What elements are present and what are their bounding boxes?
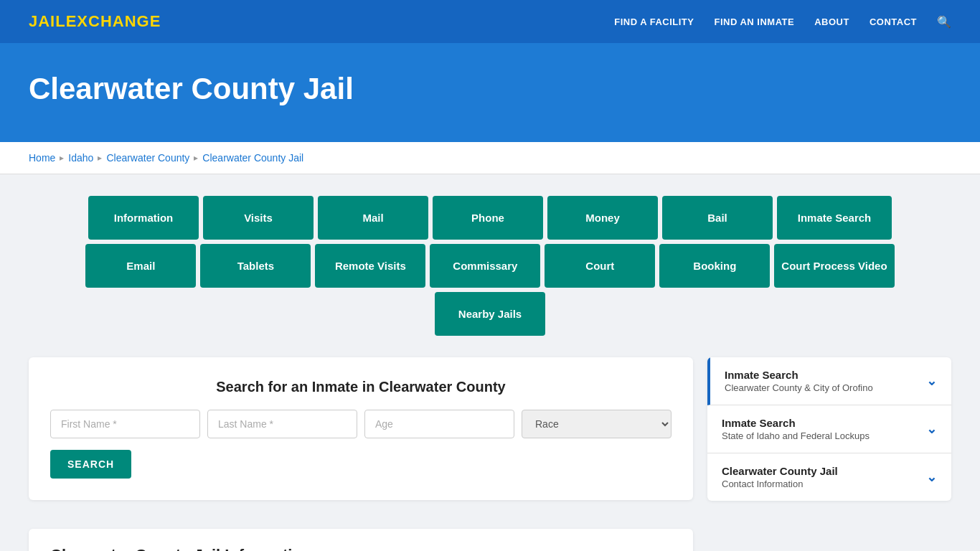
breadcrumb: Home ▸ Idaho ▸ Clearwater County ▸ Clear… <box>29 152 951 164</box>
btn-remote-visits[interactable]: Remote Visits <box>315 244 425 288</box>
breadcrumb-sep-3: ▸ <box>194 153 198 163</box>
btn-bail[interactable]: Bail <box>662 196 773 240</box>
search-title: Search for an Inmate in Clearwater Count… <box>50 379 672 395</box>
breadcrumb-county[interactable]: Clearwater County <box>106 152 189 164</box>
btn-commissary[interactable]: Commissary <box>430 244 540 288</box>
sidebar-item-3-sub: Contact Information <box>722 479 838 489</box>
btn-tablets[interactable]: Tablets <box>200 244 311 288</box>
sidebar: Inmate Search Clearwater County & City o… <box>707 357 951 501</box>
btn-court[interactable]: Court <box>545 244 655 288</box>
btn-information[interactable]: Information <box>88 196 199 240</box>
breadcrumb-sep-2: ▸ <box>98 153 102 163</box>
main-nav: FIND A FACILITY FIND AN INMATE ABOUT CON… <box>614 15 951 29</box>
btn-mail[interactable]: Mail <box>318 196 428 240</box>
chevron-down-icon-2: ⌄ <box>926 421 937 437</box>
jail-info-title: Clearwater County Jail Information <box>50 546 672 551</box>
btn-court-process-video[interactable]: Court Process Video <box>774 244 894 288</box>
btn-nearby-jails[interactable]: Nearby Jails <box>435 292 545 336</box>
btn-visits[interactable]: Visits <box>203 196 314 240</box>
race-select[interactable]: Race White Black Hispanic Asian Native A… <box>522 410 672 438</box>
logo[interactable]: JAILEXCHANGE <box>29 12 161 31</box>
breadcrumb-home[interactable]: Home <box>29 152 55 164</box>
sidebar-item-1[interactable]: Inmate Search Clearwater County & City o… <box>707 357 951 405</box>
age-input[interactable] <box>364 410 514 438</box>
first-name-input[interactable] <box>50 410 200 438</box>
btn-email[interactable]: Email <box>85 244 196 288</box>
chevron-down-icon-3: ⌄ <box>926 469 937 485</box>
breadcrumb-jail[interactable]: Clearwater County Jail <box>202 152 303 164</box>
sidebar-item-2-sub: State of Idaho and Federal Lockups <box>722 430 870 441</box>
sidebar-item-1-title: Inmate Search <box>725 369 873 381</box>
page-title: Clearwater County Jail <box>29 72 951 106</box>
btn-booking[interactable]: Booking <box>659 244 770 288</box>
last-name-input[interactable] <box>207 410 357 438</box>
header: JAILEXCHANGE FIND A FACILITY FIND AN INM… <box>0 0 980 43</box>
button-row-2: Email Tablets Remote Visits Commissary C… <box>85 244 894 288</box>
search-icon[interactable]: 🔍 <box>937 15 951 29</box>
btn-phone[interactable]: Phone <box>433 196 543 240</box>
sidebar-item-1-sub: Clearwater County & City of Orofino <box>725 382 873 393</box>
breadcrumb-sep-1: ▸ <box>60 153 64 163</box>
sidebar-item-3-title: Clearwater County Jail <box>722 465 838 477</box>
button-grid: Information Visits Mail Phone Money Bail… <box>29 196 951 336</box>
search-fields: Race White Black Hispanic Asian Native A… <box>50 410 672 438</box>
sidebar-item-2-title: Inmate Search <box>722 417 870 429</box>
breadcrumb-idaho[interactable]: Idaho <box>68 152 93 164</box>
button-row-1: Information Visits Mail Phone Money Bail… <box>88 196 892 240</box>
logo-exchange: EXCHANGE <box>66 12 161 30</box>
chevron-down-icon-1: ⌄ <box>926 373 937 389</box>
btn-money[interactable]: Money <box>547 196 658 240</box>
hero-section: Clearwater County Jail <box>0 43 980 142</box>
nav-about[interactable]: ABOUT <box>814 17 849 27</box>
two-column-section: Search for an Inmate in Clearwater Count… <box>29 357 951 551</box>
button-row-3: Nearby Jails <box>435 292 545 336</box>
nav-contact[interactable]: CONTACT <box>870 17 917 27</box>
nav-find-inmate[interactable]: FIND AN INMATE <box>714 17 794 27</box>
breadcrumb-bar: Home ▸ Idaho ▸ Clearwater County ▸ Clear… <box>0 142 980 174</box>
nav-find-facility[interactable]: FIND A FACILITY <box>614 17 694 27</box>
sidebar-item-2[interactable]: Inmate Search State of Idaho and Federal… <box>707 405 951 453</box>
logo-jail: JAIL <box>29 12 66 30</box>
sidebar-item-3[interactable]: Clearwater County Jail Contact Informati… <box>707 453 951 501</box>
search-panel: Search for an Inmate in Clearwater Count… <box>29 357 693 500</box>
search-button[interactable]: SEARCH <box>50 450 131 479</box>
btn-inmate-search[interactable]: Inmate Search <box>777 196 892 240</box>
main-content: Information Visits Mail Phone Money Bail… <box>0 174 980 551</box>
jail-info-section: Clearwater County Jail Information <box>29 529 693 551</box>
